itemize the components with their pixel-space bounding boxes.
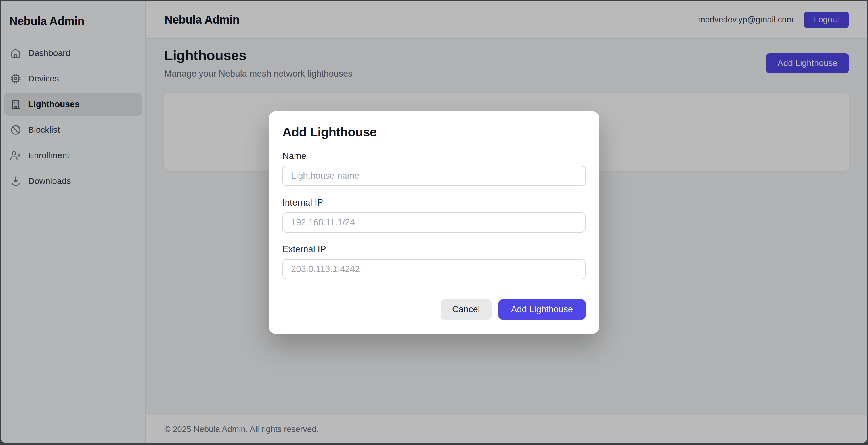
modal-add-lighthouse-button[interactable]: Add Lighthouse xyxy=(498,299,586,320)
internal-ip-field-group: Internal IP xyxy=(282,198,586,233)
external-ip-field-group: External IP xyxy=(282,244,586,279)
app-window: Nebula Admin Dashboard xyxy=(1,1,867,443)
name-field-group: Name xyxy=(282,151,586,186)
name-label: Name xyxy=(282,151,586,161)
external-ip-input[interactable] xyxy=(282,259,586,279)
modal-backdrop[interactable]: Add Lighthouse Name Internal IP External… xyxy=(1,1,867,443)
modal-actions: Cancel Add Lighthouse xyxy=(282,299,586,320)
modal-title: Add Lighthouse xyxy=(282,125,586,139)
internal-ip-input[interactable] xyxy=(282,212,586,233)
cancel-button[interactable]: Cancel xyxy=(441,299,492,320)
add-lighthouse-modal: Add Lighthouse Name Internal IP External… xyxy=(269,111,599,334)
name-input[interactable] xyxy=(282,166,586,186)
external-ip-label: External IP xyxy=(282,244,586,255)
screen: Nebula Admin Dashboard xyxy=(0,0,868,445)
internal-ip-label: Internal IP xyxy=(282,198,586,208)
